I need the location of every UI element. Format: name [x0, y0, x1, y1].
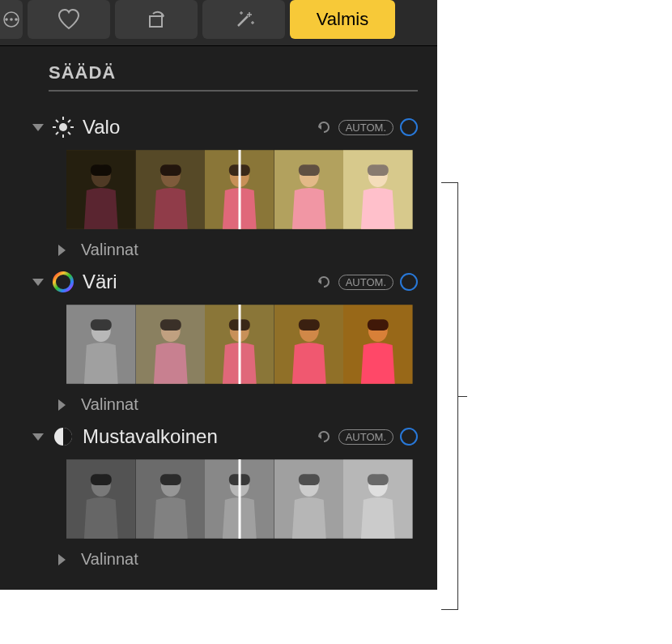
annotation-bracket [441, 182, 466, 610]
auto-bw[interactable]: AUTOM. [338, 429, 393, 445]
contrast-icon [52, 425, 74, 448]
svg-line-20 [68, 120, 70, 122]
svg-rect-76 [343, 459, 413, 539]
preview-strip-color[interactable] [66, 305, 413, 384]
adjust-group-bw: Mustavalkoinen AUTOM. [44, 425, 418, 569]
done-button[interactable]: Valmis [290, 0, 395, 39]
svg-rect-44 [91, 319, 112, 331]
ellipsis-icon [3, 11, 19, 28]
svg-point-1 [10, 18, 13, 21]
options-label-color: Valinnat [81, 395, 138, 414]
panel-title: SÄÄDÄ [49, 62, 418, 92]
status-light[interactable] [400, 118, 418, 136]
auto-light[interactable]: AUTOM. [338, 120, 393, 135]
undo-bw[interactable] [316, 429, 332, 445]
svg-rect-4 [150, 16, 162, 27]
svg-line-17 [56, 120, 58, 122]
adjust-group-light: Valo AUTOM. [44, 116, 418, 259]
disclosure-options-light [58, 245, 71, 256]
svg-rect-68 [229, 474, 250, 485]
options-label-bw: Valinnat [81, 550, 138, 569]
disclosure-options-bw [58, 554, 71, 565]
disclosure-color[interactable] [32, 279, 44, 286]
svg-rect-25 [66, 150, 136, 229]
disclosure-light[interactable] [32, 124, 44, 131]
color-ring-icon [52, 271, 74, 293]
adjust-panel: SÄÄDÄ [0, 46, 437, 590]
svg-rect-40 [343, 150, 413, 229]
more-button[interactable] [0, 0, 23, 39]
svg-rect-47 [159, 319, 181, 331]
svg-rect-50 [229, 319, 250, 331]
status-color[interactable] [400, 273, 418, 291]
svg-rect-65 [136, 459, 206, 539]
rotate-icon [145, 8, 168, 31]
options-color[interactable]: Valinnat [66, 395, 418, 414]
toolbar: Valmis [0, 0, 437, 46]
svg-point-2 [15, 18, 18, 21]
group-label-color: Väri [83, 271, 308, 293]
sun-icon [52, 116, 74, 139]
preview-strip-light[interactable] [66, 150, 413, 229]
svg-rect-36 [274, 150, 344, 229]
svg-line-18 [68, 132, 70, 134]
undo-color[interactable] [316, 274, 332, 290]
svg-rect-32 [229, 164, 250, 176]
disclosure-bw[interactable] [32, 433, 44, 441]
undo-light[interactable] [316, 119, 332, 135]
group-label-bw: Mustavalkoinen [83, 425, 308, 448]
svg-rect-56 [368, 319, 389, 331]
rotate-button[interactable] [115, 0, 198, 39]
options-light[interactable]: Valinnat [66, 241, 418, 259]
svg-line-19 [56, 132, 58, 134]
group-label-light: Valo [83, 116, 308, 139]
svg-rect-72 [274, 459, 344, 539]
heart-icon [57, 8, 81, 31]
adjust-group-color: Väri AUTOM. [44, 271, 418, 414]
wand-icon [232, 8, 256, 31]
auto-color[interactable]: AUTOM. [338, 275, 393, 290]
status-bw[interactable] [400, 428, 418, 446]
disclosure-options-color [58, 399, 71, 411]
enhance-button[interactable] [202, 0, 285, 39]
options-bw[interactable]: Valinnat [66, 550, 418, 569]
svg-line-5 [238, 16, 248, 26]
preview-strip-bw[interactable] [66, 459, 413, 539]
svg-point-41 [54, 273, 72, 291]
svg-point-0 [5, 18, 8, 21]
svg-rect-53 [299, 319, 320, 331]
svg-rect-29 [136, 150, 206, 229]
favorite-button[interactable] [28, 0, 110, 39]
svg-point-12 [59, 123, 67, 131]
options-label-light: Valinnat [81, 241, 138, 259]
svg-rect-61 [66, 459, 136, 539]
